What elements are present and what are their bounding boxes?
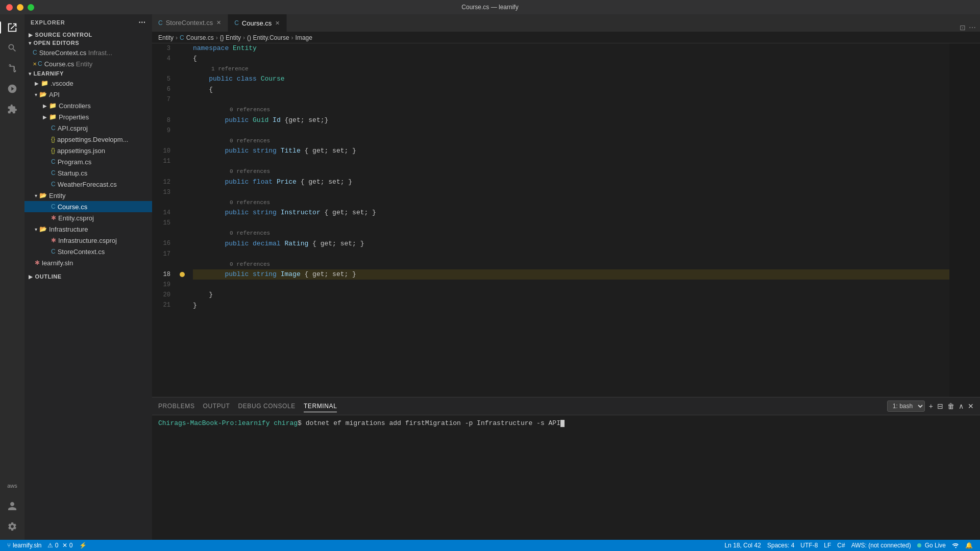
code-line-18: public string Image { get; set; } <box>193 269 949 280</box>
status-indentation[interactable]: Spaces: 4 <box>764 540 797 551</box>
panel-tabs: PROBLEMS OUTPUT DEBUG CONSOLE TERMINAL 1… <box>152 397 980 415</box>
status-encoding[interactable]: UTF-8 <box>797 540 821 551</box>
breadcrumb-coursecs[interactable]: Course.cs <box>186 34 214 41</box>
maximize-panel-icon[interactable]: ∧ <box>959 402 964 410</box>
cs-file-icon: C <box>38 60 42 67</box>
source-control-activity-icon[interactable] <box>3 59 21 78</box>
properties-folder[interactable]: ▶ 📁 Properties <box>24 111 152 122</box>
open-editor-storecontext[interactable]: C StoreContext.cs Infrast... <box>24 47 152 58</box>
outline-section[interactable]: ▶ OUTLINE <box>24 272 152 281</box>
terminal-selector[interactable]: 1: bash <box>887 400 925 412</box>
vscode-folder[interactable]: ▶ 📁 .vscode <box>24 78 152 89</box>
maximize-button[interactable] <box>28 4 34 11</box>
terminal-cursor <box>560 420 565 427</box>
cs-file-icon: C <box>51 203 56 210</box>
editor-area: C StoreContext.cs ✕ C Course.cs ✕ ⊡ ⋯ En… <box>152 14 980 540</box>
window-title: Course.cs — learnify <box>461 4 518 11</box>
new-file-icon[interactable]: ⋯ <box>138 18 146 27</box>
extensions-icon[interactable] <box>3 100 21 118</box>
tab-course[interactable]: C Course.cs ✕ <box>228 14 287 32</box>
breadcrumb-entity-ns[interactable]: {} Entity <box>220 34 241 41</box>
status-sync[interactable]: ⚡ <box>76 540 90 551</box>
status-problems[interactable]: ⚠ 0 ✕ 0 <box>44 540 76 551</box>
status-broadcast[interactable] <box>949 540 962 551</box>
open-editors-section[interactable]: ▾ OPEN EDITORS <box>24 39 152 47</box>
infrastructure-folder[interactable]: ▾ 📂 Infrastructure <box>24 223 152 235</box>
tab-storecontext[interactable]: C StoreContext.cs ✕ <box>152 14 228 32</box>
course-cs-file[interactable]: C Course.cs <box>24 201 152 212</box>
chevron-right-icon: ▶ <box>29 274 33 280</box>
tab-output[interactable]: OUTPUT <box>203 400 230 412</box>
split-terminal-icon[interactable]: ⊟ <box>937 402 943 410</box>
breadcrumb-sep: › <box>216 34 218 41</box>
more-actions-icon[interactable]: ⋯ <box>969 23 976 32</box>
status-bar: ⑂ ⑂ learnify.sln learnify.sln ⚠ 0 ✕ 0 ⚡ … <box>0 540 980 551</box>
status-right: Ln 18, Col 42 Spaces: 4 UTF-8 LF C# AWS:… <box>722 540 976 551</box>
status-line-ending[interactable]: LF <box>821 540 834 551</box>
line-18-num: 18 <box>152 269 174 280</box>
open-editor-course[interactable]: ✕ C Course.cs Entity <box>24 58 152 69</box>
appsettings-file[interactable]: {} appsettings.json <box>24 145 152 156</box>
breadcrumb-file-icon: C <box>180 34 184 41</box>
kill-terminal-icon[interactable]: 🗑 <box>947 402 954 410</box>
status-git-branch[interactable]: ⑂ ⑂ learnify.sln learnify.sln <box>4 540 44 551</box>
status-cursor-position[interactable]: Ln 18, Col 42 <box>722 540 764 551</box>
tab-problems[interactable]: PROBLEMS <box>158 400 195 412</box>
ref-hint-instructor: 0 references <box>193 197 949 208</box>
terminal-content[interactable]: Chirags-MacBook-Pro:learnify chirag$ dot… <box>152 415 980 540</box>
settings-icon[interactable] <box>3 517 21 536</box>
tab-close-icon[interactable]: ✕ <box>216 19 222 27</box>
source-control-section[interactable]: ▶ SOURCE CONTROL <box>24 31 152 39</box>
tab-debug-console[interactable]: DEBUG CONSOLE <box>238 400 296 412</box>
line-18-hint <box>178 269 188 280</box>
csproj-file-icon: ✱ <box>51 237 56 244</box>
folder-icon: 📁 <box>41 80 48 87</box>
status-notifications[interactable]: 🔔 <box>962 540 976 551</box>
tab-close-icon[interactable]: ✕ <box>275 19 280 27</box>
tab-terminal[interactable]: TERMINAL <box>304 400 337 412</box>
minimap <box>949 43 980 397</box>
learnify-section[interactable]: ▾ LEARNIFY <box>24 69 152 78</box>
terminal-line: Chirags-MacBook-Pro:learnify chirag$ dot… <box>158 419 974 427</box>
code-line-9 <box>193 126 949 136</box>
titlebar: Course.cs — learnify <box>0 0 980 14</box>
storecontext-cs-file[interactable]: C StoreContext.cs <box>24 246 152 257</box>
weatherforecast-cs-file[interactable]: C WeatherForecast.cs <box>24 179 152 190</box>
json-file-icon: {} <box>51 147 55 154</box>
split-editor-icon[interactable]: ⊡ <box>960 23 966 32</box>
aws-icon[interactable]: aws <box>3 477 21 495</box>
cs-file-icon: C <box>51 248 56 255</box>
status-language[interactable]: C# <box>834 540 848 551</box>
code-content[interactable]: namespace Entity { 1 reference public cl… <box>188 43 949 397</box>
breadcrumb-image[interactable]: Image <box>296 34 312 41</box>
appsettings-dev-file[interactable]: {} appsettings.Developm... <box>24 134 152 145</box>
chevron-right-icon: ▶ <box>35 81 39 86</box>
learnify-sln-file[interactable]: ✱ learnify.sln <box>24 257 152 268</box>
code-line-12: public float Price { get; set; } <box>193 177 949 187</box>
controllers-folder[interactable]: ▶ 📁 Controllers <box>24 100 152 111</box>
startup-cs-file[interactable]: C Startup.cs <box>24 167 152 179</box>
api-csproj-file[interactable]: C API.csproj <box>24 122 152 134</box>
breadcrumb-entity-course[interactable]: () Entity.Course <box>247 34 289 41</box>
status-go-live[interactable]: Go Live <box>914 540 949 551</box>
breadcrumb-entity[interactable]: Entity <box>158 34 174 41</box>
breadcrumb: Entity › C Course.cs › {} Entity › () En… <box>152 32 980 43</box>
entity-csproj-file[interactable]: ✱ Entity.csproj <box>24 212 152 223</box>
run-debug-icon[interactable] <box>3 80 21 98</box>
close-panel-icon[interactable]: ✕ <box>968 402 974 410</box>
api-folder[interactable]: ▾ 📂 API <box>24 89 152 100</box>
editor-terminal-container: 3 4 5 6 7 8 9 10 11 12 13 14 <box>152 43 980 540</box>
entity-folder[interactable]: ▾ 📂 Entity <box>24 190 152 201</box>
explorer-icon[interactable] <box>3 18 21 37</box>
code-editor[interactable]: 3 4 5 6 7 8 9 10 11 12 13 14 <box>152 43 980 397</box>
account-icon[interactable] <box>3 497 21 515</box>
new-terminal-icon[interactable]: + <box>929 402 933 410</box>
infrastructure-csproj-file[interactable]: ✱ Infrastructure.csproj <box>24 235 152 246</box>
search-icon[interactable] <box>3 39 21 57</box>
minimize-button[interactable] <box>17 4 23 11</box>
program-cs-file[interactable]: C Program.cs <box>24 156 152 167</box>
code-line-10: public string Title { get; set; } <box>193 146 949 156</box>
status-aws[interactable]: AWS: (not connected) <box>848 540 914 551</box>
close-button[interactable] <box>6 4 13 11</box>
chevron-down-icon: ▾ <box>29 40 32 46</box>
